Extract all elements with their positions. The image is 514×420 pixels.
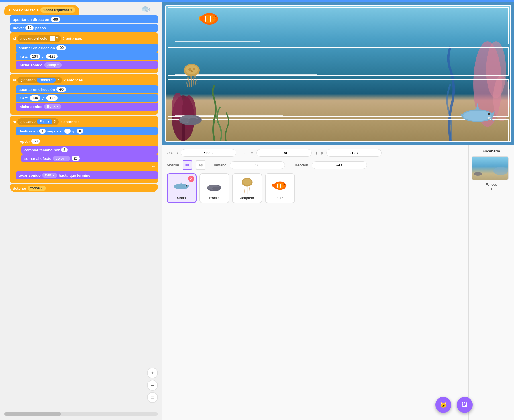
add-sprite-fab[interactable]: 🐱 [435,397,451,413]
svg-line-22 [189,76,190,87]
fish-dd[interactable]: Fish [37,119,53,124]
block-dir-if2-1: apuntar en dirección -90 [16,85,158,93]
stop-dd[interactable]: todos [28,186,46,191]
direction-value-1[interactable]: -90 [51,17,60,22]
delete-shark-button[interactable]: ✕ [188,176,194,182]
jellyfish-sprite [182,62,202,90]
if-block-2: si ¿tocando Rocks ? ? entonces apuntar e… [10,74,158,115]
direction-input[interactable] [312,161,367,169]
svg-marker-32 [490,119,496,121]
size-input[interactable] [230,161,285,169]
if-condition-1: ¿tocando el color ? [17,35,61,42]
svg-point-18 [188,68,191,71]
add-scene-fab[interactable]: 🖼 [457,397,473,413]
fish-icon: 🐟 [141,4,151,13]
svg-marker-42 [180,181,182,184]
zoom-fit-button[interactable]: = [147,392,158,403]
sprite-thumb-rocks[interactable]: Rocks [199,173,229,203]
block-effect: sumar al efecto color 25 [21,154,158,162]
effect-dd[interactable]: color [53,156,70,161]
svg-point-50 [243,179,251,185]
svg-point-20 [191,70,193,72]
if-condition-2: ¿tocando Rocks ? [17,77,62,83]
direction-label-1: apuntar en dirección [13,17,49,22]
repeat-header: repetir 50 [16,137,158,145]
zoom-out-button[interactable]: − [147,380,158,391]
block-group-event: al presionar tecla flecha izquierda apun… [4,5,158,192]
block-dir-if1-1: apuntar en dirección -90 [16,44,158,52]
scene-panel: Escenario [468,145,514,420]
sprite-info-row-1: Objeto ↔ x ↕ y [167,149,464,157]
sprite-thumb-shark[interactable]: ✕ Shark [167,173,197,203]
x-input[interactable] [256,149,312,157]
if-header-2: si ¿tocando Rocks ? ? entonces [10,75,158,85]
svg-point-45 [186,185,187,187]
block-direction-1: apuntar en dirección -90 [10,15,158,23]
svg-point-48 [212,187,219,190]
svg-rect-56 [277,184,278,188]
svg-rect-9 [205,16,206,22]
if-header-3: si ¿tocando Fish ? ? entonces [10,117,158,127]
if-label-1: si [13,36,16,41]
fish-thumb-img [271,176,289,195]
y-input[interactable] [326,149,382,157]
show-visible-button[interactable] [183,160,192,170]
jellyfish-label: Jellyfish [240,196,254,200]
svg-point-60 [272,184,277,187]
if-suffix-1: ? entonces [62,36,82,41]
repeat-block: repetir 50 cambiar tamaño por 2 sumar al… [16,136,158,170]
svg-line-51 [244,187,245,194]
if-block-3: si ¿tocando Fish ? ? entonces deslizar e… [10,116,158,183]
svg-point-14 [215,17,216,17]
block-sound-if1: iniciar sonido Jump [16,61,158,69]
add-sprite-button[interactable]: 🐱 [435,397,451,413]
svg-rect-10 [210,16,211,22]
x-arrow-icon: ↔ [242,150,248,156]
stage-canvas[interactable] [165,5,511,142]
sprite-name-input[interactable] [181,149,236,157]
sprite-thumb-jellyfish[interactable]: Jellyfish [232,173,262,203]
x-label: x [251,151,253,155]
rocks-thumb-img [205,176,224,195]
sound-dd-2[interactable]: Bonk [44,104,62,109]
top-bar [0,0,514,2]
object-label: Objeto [167,151,178,155]
svg-rect-57 [280,184,281,188]
svg-line-53 [249,187,250,193]
stage-area [162,2,514,145]
size-label: Tamaño [213,163,226,167]
seaweed-mid [209,84,232,141]
sprite-thumb-fish[interactable]: Fish [265,173,295,203]
svg-line-24 [193,76,194,87]
block-goto-if1: ir a x: 134 y: -128 [16,52,158,60]
block-glide: deslizar en 1 segs a x: 0 y: 0 [16,127,158,135]
block-stop: detener todos [10,184,158,192]
event-block[interactable]: al presionar tecla flecha izquierda [4,5,79,15]
move-value[interactable]: 10 [25,25,34,30]
add-scene-button[interactable]: 🖼 [457,397,473,413]
color-swatch [50,36,55,41]
block-goto-if2: ir a x: 134 y: -128 [16,94,158,102]
sound-dd-1[interactable]: Jump [44,62,62,68]
sprites-grid: ✕ Shark [167,173,464,203]
scene-icon: 🖼 [462,402,468,408]
svg-point-19 [193,68,195,70]
key-dropdown[interactable]: flecha izquierda [40,7,75,13]
seaweed-blue [442,41,459,141]
zoom-controls: + − = [147,368,158,403]
block-play-sound: tocar sonido Win hasta que termine [16,171,158,179]
rocks-dd[interactable]: Rocks [37,78,56,83]
rocks-label: Rocks [209,196,219,200]
scene-title: Escenario [472,149,511,153]
zoom-in-button[interactable]: + [147,368,158,378]
win-dd[interactable]: Win [42,173,57,178]
svg-point-62 [474,172,482,176]
svg-point-17 [185,65,198,74]
cat-plus-icon: 🐱 [440,401,447,408]
scene-thumbnail[interactable] [472,156,509,180]
sprite-panel: Objeto ↔ x ↕ y Mostrar [162,145,468,420]
show-hidden-button[interactable] [196,160,205,170]
show-label: Mostrar [167,163,179,167]
svg-point-36 [489,114,490,115]
horizontal-scrollbar[interactable] [4,412,158,416]
